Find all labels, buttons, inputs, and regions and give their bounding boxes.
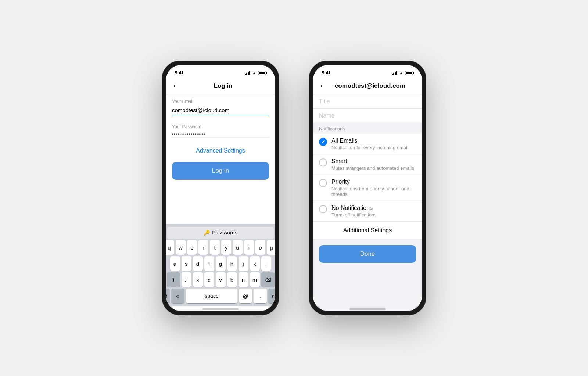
key-r[interactable]: r: [198, 240, 208, 255]
wifi-icon: ▲: [252, 71, 256, 75]
passwords-bar[interactable]: 🔑 Passwords: [167, 227, 274, 239]
no-notifications-title: No Notifications: [331, 205, 377, 211]
time-2: 9:41: [322, 70, 331, 75]
password-dots[interactable]: ••••••••••••••••••: [172, 131, 269, 138]
all-emails-desc: Notification for every incoming email: [331, 145, 408, 150]
key-shift[interactable]: ⬆: [167, 272, 180, 287]
signal-icon: [245, 71, 250, 75]
key-dot[interactable]: .: [254, 289, 267, 303]
key-x[interactable]: x: [193, 272, 203, 287]
key-s[interactable]: s: [182, 256, 191, 271]
key-next[interactable]: next: [268, 289, 275, 303]
option-priority[interactable]: Priority Notifications from priority sen…: [313, 175, 422, 201]
time-1: 9:41: [175, 70, 184, 75]
password-field-group: Your Password ••••••••••••••••••: [166, 120, 275, 142]
key-e[interactable]: e: [187, 240, 197, 255]
email-label: Your Email: [172, 99, 269, 104]
key-k[interactable]: k: [250, 256, 260, 271]
name-placeholder: Name: [319, 112, 335, 119]
additional-settings-button[interactable]: Additional Settings: [313, 222, 422, 239]
key-m[interactable]: m: [250, 272, 260, 287]
key-b[interactable]: b: [227, 272, 237, 287]
nav-bar-1: ‹ Log in: [166, 78, 275, 94]
radio-smart: [319, 158, 327, 166]
status-bar-2: 9:41 ▲: [313, 65, 422, 78]
battery-icon: [258, 71, 266, 75]
key-n[interactable]: n: [239, 272, 248, 287]
password-label: Your Password: [172, 124, 269, 129]
key-g[interactable]: g: [216, 256, 226, 271]
priority-title: Priority: [331, 179, 416, 185]
phone-settings: 9:41 ▲ ‹ comodtest@icloud.com: [309, 61, 426, 315]
top-fields-section: Title Name: [313, 94, 422, 123]
key-l[interactable]: l: [261, 256, 271, 271]
back-button-1[interactable]: ‹: [172, 80, 177, 91]
priority-desc: Notifications from priority sender and t…: [331, 186, 416, 197]
email-field-group: Your Email: [166, 94, 275, 120]
login-form: Your Email Your Password •••••••••••••••…: [166, 94, 275, 224]
signal-icon-2: [392, 71, 397, 75]
phone-login: 9:41 ▲ ‹ Log in Your Email: [162, 61, 279, 315]
key-i[interactable]: i: [244, 240, 254, 255]
keyboard-row-4: 123 ☺ space @ . next: [167, 289, 274, 303]
key-f[interactable]: f: [204, 256, 214, 271]
radio-no-notifications: [319, 205, 327, 213]
page-title-1: Log in: [177, 82, 269, 90]
battery-icon-2: [405, 71, 413, 75]
home-indicator-2: [313, 306, 422, 311]
email-input[interactable]: [172, 105, 269, 115]
settings-content: Title Name Notifications All Emails Noti…: [313, 94, 422, 306]
notifications-header: Notifications: [313, 123, 422, 134]
name-field[interactable]: Name: [313, 109, 422, 123]
smart-title: Smart: [331, 158, 414, 165]
key-emoji[interactable]: ☺: [171, 289, 184, 303]
smart-desc: Mutes strangers and automated emails: [331, 165, 414, 171]
key-o[interactable]: o: [255, 240, 265, 255]
key-a[interactable]: a: [170, 256, 180, 271]
status-icons-1: ▲: [245, 71, 266, 75]
key-123[interactable]: 123: [166, 289, 170, 303]
key-p[interactable]: p: [267, 240, 275, 255]
no-notifications-desc: Turns off notifications: [331, 212, 377, 218]
home-indicator-1: [166, 306, 275, 311]
status-bar-1: 9:41 ▲: [166, 65, 275, 78]
option-smart[interactable]: Smart Mutes strangers and automated emai…: [313, 154, 422, 175]
radio-priority: [319, 179, 327, 187]
keyboard-row-1: q w e r t y u i o p: [167, 240, 274, 255]
done-button[interactable]: Done: [319, 245, 416, 263]
key-d[interactable]: d: [193, 256, 203, 271]
key-q[interactable]: q: [166, 240, 174, 255]
nav-bar-2: ‹ comodtest@icloud.com: [313, 78, 422, 94]
key-t[interactable]: t: [210, 240, 220, 255]
key-icon: 🔑: [204, 230, 210, 236]
title-placeholder: Title: [319, 98, 330, 104]
status-icons-2: ▲: [392, 71, 413, 75]
key-c[interactable]: c: [204, 272, 214, 287]
back-button-2[interactable]: ‹: [319, 80, 324, 91]
title-field[interactable]: Title: [313, 94, 422, 109]
passwords-label: Passwords: [212, 230, 237, 236]
option-no-notifications[interactable]: No Notifications Turns off notifications: [313, 201, 422, 222]
wifi-icon-2: ▲: [399, 71, 403, 75]
key-v[interactable]: v: [216, 272, 226, 287]
key-z[interactable]: z: [182, 272, 191, 287]
key-delete[interactable]: ⌫: [261, 272, 275, 287]
key-u[interactable]: u: [233, 240, 243, 255]
keyboard-row-3: ⬆ z x c v b n m ⌫: [167, 272, 274, 287]
radio-all-emails: [319, 138, 327, 146]
key-y[interactable]: y: [221, 240, 231, 255]
advanced-settings-button[interactable]: Advanced Settings: [166, 142, 275, 159]
page-title-2: comodtest@icloud.com: [324, 82, 416, 90]
notification-options: All Emails Notification for every incomi…: [313, 134, 422, 222]
key-w[interactable]: w: [176, 240, 186, 255]
key-space[interactable]: space: [186, 289, 237, 303]
key-h[interactable]: h: [227, 256, 237, 271]
login-button[interactable]: Log in: [172, 162, 269, 180]
keyboard: 🔑 Passwords q w e r t y u i o p a s d f …: [166, 224, 275, 306]
key-j[interactable]: j: [239, 256, 248, 271]
keyboard-row-2: a s d f g h j k l: [167, 256, 274, 271]
option-all-emails[interactable]: All Emails Notification for every incomi…: [313, 134, 422, 154]
key-at[interactable]: @: [239, 289, 252, 303]
all-emails-title: All Emails: [331, 137, 408, 144]
